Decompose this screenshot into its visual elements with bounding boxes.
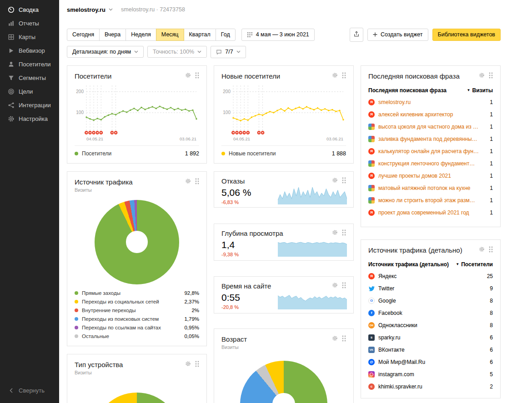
sidebar-item[interactable]: Сегменты <box>0 71 59 85</box>
traffic-source-label[interactable]: khimki.spravker.ru <box>378 383 486 390</box>
legend-dot <box>75 291 78 295</box>
table-header-metric[interactable]: ▼ Посетители <box>456 261 493 268</box>
drag-handle-icon[interactable] <box>195 72 199 79</box>
drag-handle-icon[interactable] <box>342 229 346 236</box>
search-phrase-row: Я проект дома современный 2021 год 1 <box>368 207 493 219</box>
date-range-label: 4 мая — 3 июн 2021 <box>256 32 309 38</box>
period-tab[interactable]: Сегодня <box>67 29 100 41</box>
sidebar-item[interactable]: Вебвизор <box>0 44 59 57</box>
gear-icon[interactable] <box>332 229 338 235</box>
drag-handle-icon[interactable] <box>195 361 199 367</box>
sidebar-item[interactable]: Интеграции <box>0 98 59 112</box>
period-tab[interactable]: Неделя <box>125 29 156 41</box>
pie-legend-row: Переходы по ссылкам на сайтах 0,95% <box>75 323 199 332</box>
drag-handle-icon[interactable] <box>195 178 199 184</box>
search-phrase-link[interactable]: заливка фундамента под деревянны… <box>378 136 486 142</box>
gear-icon[interactable] <box>185 178 191 184</box>
sidebar-item[interactable]: Цели <box>0 85 59 98</box>
drag-handle-icon[interactable] <box>342 177 346 184</box>
traffic-source-row: Я Яндекс 25 <box>368 270 493 283</box>
traffic-source-label[interactable]: Мой Мир@Mail.Ru <box>378 359 486 365</box>
search-phrase-link[interactable]: smelostroy.ru <box>378 99 486 105</box>
traffic-source-label[interactable]: Facebook <box>378 310 486 316</box>
search-phrase-link[interactable]: можно ли строить второй этаж разм… <box>378 197 486 204</box>
sidebar-item-label: Карты <box>19 34 35 40</box>
row-value: 1 <box>490 209 493 216</box>
gear-icon[interactable] <box>332 72 338 78</box>
drag-handle-icon[interactable] <box>489 72 493 79</box>
period-tab[interactable]: Месяц <box>156 29 184 41</box>
pie-legend-row: Переходы из поисковых систем 1,79% <box>75 315 199 323</box>
svg-text:04.05.21: 04.05.21 <box>86 136 103 141</box>
search-phrase-row: Я лучшие проекты домов 2021 1 <box>368 170 493 182</box>
period-tab[interactable]: Год <box>216 29 236 41</box>
gear-icon[interactable] <box>332 177 338 183</box>
svg-text:100: 100 <box>223 109 231 114</box>
gear-icon[interactable] <box>479 72 485 78</box>
period-tab[interactable]: Квартал <box>184 29 216 41</box>
gear-icon[interactable] <box>332 282 338 288</box>
gear-icon[interactable] <box>479 246 485 252</box>
drag-handle-icon[interactable] <box>342 72 346 79</box>
search-phrase-link[interactable]: высота цоколя для частного дома из … <box>378 124 486 130</box>
drag-handle-icon[interactable] <box>342 335 346 342</box>
traffic-source-label[interactable]: ВКонтакте <box>378 347 486 353</box>
sidebar-item[interactable]: Карты <box>0 30 59 44</box>
widget-title: Новые посетители <box>221 72 280 80</box>
traffic-detail-rows: Я Яндекс 25 Twitter 9 G Google 8 f Faceb… <box>368 270 493 393</box>
sidebar-item-label: Настройка <box>19 115 48 122</box>
sidebar-item-label: Вебвизор <box>19 47 45 54</box>
sidebar-item[interactable]: Посетители <box>0 57 59 71</box>
drag-handle-icon[interactable] <box>489 246 493 253</box>
metric-label: Визиты <box>472 87 493 94</box>
export-button[interactable] <box>350 28 363 42</box>
bounce-sparkline-chart <box>278 184 347 204</box>
traffic-source-label[interactable]: Google <box>378 298 486 304</box>
traffic-source-label[interactable]: Twitter <box>378 285 486 292</box>
site-selector[interactable]: smelostroy.ru <box>67 6 113 13</box>
search-phrase-row: матовый натяжной потолок на кухне 1 <box>368 182 493 194</box>
traffic-source-label[interactable]: Одноклассники <box>378 322 486 328</box>
row-value: 9 <box>490 285 493 292</box>
create-widget-button[interactable]: Создать виджет <box>367 29 428 41</box>
time-sparkline-chart <box>278 289 347 309</box>
table-header-dimension[interactable]: Последняя поисковая фраза <box>368 87 447 94</box>
search-phrase-link[interactable]: матовый натяжной потолок на кухне <box>378 185 486 191</box>
detail-level-dropdown[interactable]: Детализация: по дням <box>67 46 144 58</box>
traffic-source-label[interactable]: sparky.ru <box>378 334 486 341</box>
period-tab[interactable]: Вчера <box>99 29 126 41</box>
search-phrase-link[interactable]: алексей килевник архитектор <box>378 111 486 118</box>
table-header-dimension[interactable]: Источник трафика (детально) <box>368 261 449 268</box>
comments-dropdown[interactable]: 7/7 <box>211 46 246 58</box>
chevron-down-icon <box>109 8 113 11</box>
period-toolbar: Сегодня Вчера Неделя Месяц Квартал Год 4… <box>67 28 501 42</box>
search-phrase-row: Я smelostroy.ru 1 <box>368 96 493 109</box>
widget-library-button[interactable]: Библиотека виджетов <box>432 29 501 41</box>
search-phrase-link[interactable]: калькулятор онлайн для расчета фун… <box>378 148 486 154</box>
traffic-source-label[interactable]: Яндекс <box>378 273 483 279</box>
donut-hole <box>272 393 295 403</box>
date-range-button[interactable]: 4 мая — 3 июн 2021 <box>241 29 315 41</box>
gear-icon[interactable] <box>185 72 191 78</box>
search-phrase-link[interactable]: проект дома современный 2021 год <box>378 209 486 216</box>
comment-icon <box>216 49 222 55</box>
main-area: smelostroy.ru smelostroy.ru · 72473758 С… <box>59 0 532 403</box>
sidebar-item[interactable]: Сводка <box>0 3 59 16</box>
yandex-icon: Я <box>368 273 375 279</box>
legend-label: Переходы из социальных сетей <box>82 299 159 304</box>
legend-value: 1,79% <box>184 316 199 322</box>
pie-legend-row: Внутренние переходы 2% <box>75 306 199 315</box>
sidebar-item[interactable]: Настройка <box>0 112 59 125</box>
sidebar-collapse-button[interactable]: Свернуть <box>7 387 45 394</box>
gear-icon[interactable] <box>332 335 338 341</box>
search-phrase-link[interactable]: лучшие проекты домов 2021 <box>378 173 486 179</box>
sidebar-item[interactable]: Отчеты <box>0 16 59 30</box>
sidebar-item-label: Сегменты <box>19 75 46 81</box>
traffic-source-label[interactable]: instagram.com <box>378 371 486 378</box>
search-phrase-link[interactable]: конструкция ленточного фундамент… <box>378 160 486 167</box>
accuracy-dropdown[interactable]: Точность: 100% <box>147 46 207 58</box>
drag-handle-icon[interactable] <box>342 282 346 289</box>
table-header-metric[interactable]: ▼ Визиты <box>467 87 493 94</box>
widgets-grid: Посетители 10020004.05.2103.06.21 Посети… <box>67 65 532 403</box>
gear-icon[interactable] <box>185 361 191 367</box>
